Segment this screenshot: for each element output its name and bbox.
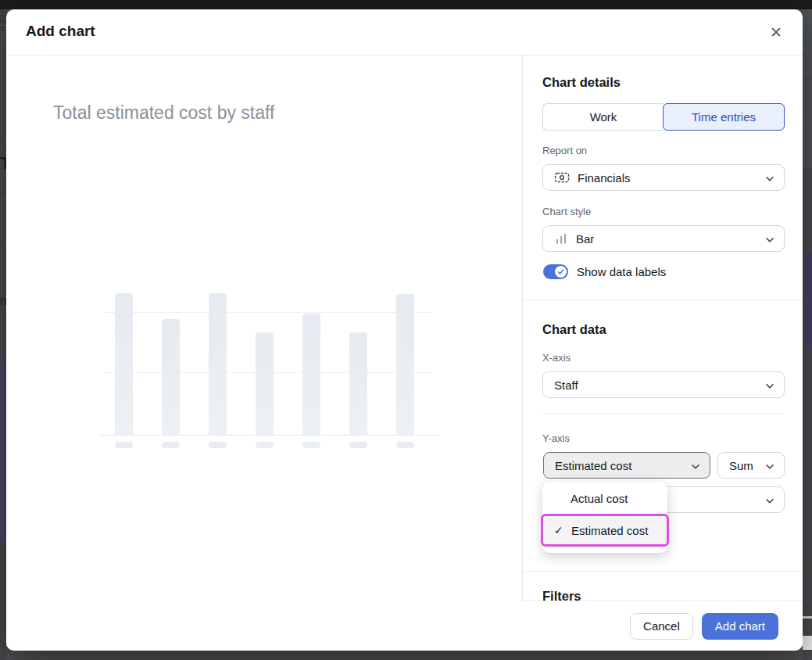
preview-bar — [162, 319, 180, 435]
preview-x-label-pill — [349, 442, 367, 448]
preview-bar — [349, 332, 367, 435]
segment-time-entries[interactable]: Time entries — [663, 103, 785, 131]
report-on-label: Report on — [542, 145, 587, 156]
preview-bar — [115, 293, 133, 435]
backdrop-right-strip — [803, 9, 812, 660]
backdrop-fragment-t: T — [0, 153, 6, 174]
chart-data-heading: Chart data — [542, 322, 606, 337]
preview-bar — [396, 294, 414, 435]
x-axis-label: X-axis — [542, 352, 571, 364]
x-axis-select[interactable]: Staff — [542, 371, 785, 398]
preview-x-label-pill — [256, 442, 274, 448]
chevron-down-icon — [765, 459, 774, 472]
preview-chart-title: Total estimated cost by staff — [53, 102, 274, 124]
backdrop-purple-blob — [804, 253, 812, 350]
backdrop-fragment-dots: :: — [0, 24, 5, 32]
banknote-icon — [554, 170, 570, 185]
chart-style-label: Chart style — [542, 206, 591, 217]
preview-bars — [104, 294, 432, 436]
backdrop-left-strip: :: T m — [0, 9, 6, 660]
toggle-check-icon — [555, 266, 567, 278]
section-divider — [523, 300, 803, 300]
close-icon[interactable]: ✕ — [767, 23, 785, 42]
modal-header: Add chart ✕ — [6, 9, 803, 56]
chevron-down-icon — [691, 459, 700, 472]
chevron-down-icon — [765, 378, 774, 392]
chart-style-select[interactable]: Bar — [542, 225, 785, 252]
preview-x-label-pill — [396, 442, 414, 448]
preview-x-label-pill — [115, 442, 133, 448]
preview-x-label-pill — [302, 442, 320, 448]
x-axis-value: Staff — [554, 378, 578, 392]
show-data-labels-label: Show data labels — [577, 265, 666, 278]
chevron-down-icon — [765, 493, 774, 507]
axis-divider — [542, 414, 785, 414]
dropdown-option-label: Estimated cost — [571, 524, 648, 537]
chart-preview-pane: Total estimated cost by staff — [6, 56, 522, 651]
filters-heading-clipped: Filters — [542, 589, 581, 601]
preview-x-label-pill — [209, 442, 227, 448]
gridline — [104, 312, 432, 313]
chevron-down-icon — [765, 171, 774, 185]
backdrop-top-bar — [0, 0, 812, 9]
show-data-labels-toggle[interactable] — [543, 264, 568, 279]
work-time-segmented-control: Work Time entries — [542, 103, 785, 131]
section-divider — [523, 571, 803, 572]
dropdown-option-actual-cost[interactable]: Actual cost — [542, 484, 667, 512]
cancel-button[interactable]: Cancel — [630, 613, 693, 640]
aggregate-value: Sum — [729, 459, 753, 472]
y-axis-label: Y-axis — [542, 432, 570, 444]
backdrop-purple-block — [0, 356, 6, 543]
bar-chart-icon — [554, 231, 568, 246]
add-chart-modal: Add chart ✕ Total estimated cost by staf… — [6, 9, 803, 651]
preview-x-label-pill — [162, 442, 180, 448]
add-chart-button[interactable]: Add chart — [702, 613, 778, 640]
y-axis-value: Estimated cost — [555, 459, 631, 472]
dropdown-option-estimated-cost[interactable]: ✓ Estimated cost — [541, 514, 669, 547]
report-on-value: Financials — [578, 171, 631, 185]
y-axis-aggregate-select[interactable]: Sum — [717, 452, 785, 479]
modal-title: Add chart — [26, 23, 95, 40]
y-axis-metric-select[interactable]: Estimated cost — [543, 452, 710, 479]
preview-bar — [256, 332, 274, 435]
chart-baseline — [99, 435, 440, 436]
check-icon: ✓ — [554, 524, 571, 536]
chart-style-value: Bar — [576, 232, 594, 246]
modal-footer: Cancel Add chart — [522, 601, 803, 651]
chevron-down-icon — [765, 232, 774, 246]
preview-bar — [302, 314, 320, 435]
chart-details-heading: Chart details — [542, 75, 621, 90]
backdrop-band — [0, 9, 6, 23]
backdrop-fragment-m: m — [0, 294, 6, 308]
segment-work[interactable]: Work — [542, 103, 664, 131]
preview-bar — [209, 293, 227, 435]
chart-settings-panel: Chart details Work Time entries Report o… — [522, 56, 803, 651]
report-on-select[interactable]: Financials — [542, 164, 785, 191]
y-axis-dropdown-menu: Actual cost ✓ Estimated cost — [542, 482, 667, 553]
